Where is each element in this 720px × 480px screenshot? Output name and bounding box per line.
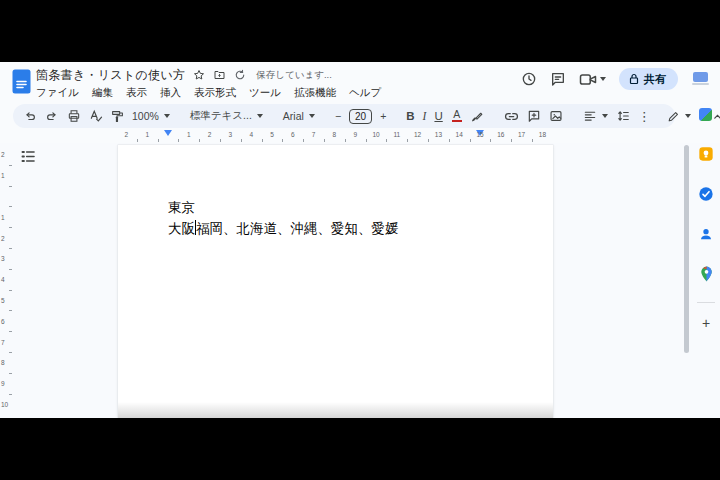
get-addons-button[interactable]: + <box>702 317 710 329</box>
text-color-swatch <box>452 120 462 123</box>
document-outline-icon[interactable] <box>21 149 36 167</box>
ruler-tick <box>137 139 138 142</box>
doc-line-1: 東京 <box>168 197 399 218</box>
menu-tools[interactable]: ツール <box>249 86 281 100</box>
ruler-tick <box>9 331 12 332</box>
menu-view[interactable]: 表示 <box>126 86 147 100</box>
side-panel: + <box>695 146 717 329</box>
account-avatar[interactable] <box>691 72 710 87</box>
font-family-select[interactable]: Arial <box>283 110 315 122</box>
align-caret <box>602 114 608 118</box>
doc-line-2-before-cursor: 大阪 <box>168 221 195 236</box>
ruler-number: 5 <box>270 131 274 138</box>
document-page[interactable]: 東京 大阪福岡、北海道、沖縄、愛知、愛媛 <box>118 145 553 418</box>
menu-insert[interactable]: 挿入 <box>160 86 181 100</box>
doc-line-2: 大阪福岡、北海道、沖縄、愛知、愛媛 <box>168 218 399 239</box>
ruler-tick <box>241 139 242 142</box>
star-icon[interactable] <box>193 69 205 81</box>
meet-video-call-icon[interactable] <box>579 72 606 87</box>
ruler-tick <box>366 139 367 142</box>
ruler-number: 9 <box>1 380 5 387</box>
menu-edit[interactable]: 編集 <box>92 86 113 100</box>
font-size-input[interactable]: 20 <box>349 109 372 124</box>
ruler-tick <box>9 165 12 166</box>
zoom-select[interactable]: 100% <box>132 110 170 122</box>
editing-mode-caret <box>685 114 691 118</box>
ruler-number: 7 <box>312 131 316 138</box>
keep-icon[interactable] <box>698 146 714 166</box>
ruler-tick <box>282 139 283 142</box>
align-button[interactable] <box>583 109 608 123</box>
comments-icon[interactable] <box>550 71 566 87</box>
version-history-icon[interactable] <box>521 71 537 87</box>
contacts-icon[interactable] <box>698 226 714 246</box>
document-text[interactable]: 東京 大阪福岡、北海道、沖縄、愛知、愛媛 <box>168 197 399 239</box>
ruler-number: 18 <box>539 131 546 138</box>
text-color-button[interactable]: A <box>451 110 463 123</box>
more-options-button[interactable]: ⋮ <box>638 109 651 124</box>
hide-menus-button[interactable] <box>711 110 720 123</box>
document-canvas: 1212345678910 東京 大阪福岡、北海道、沖縄、愛知、愛媛 <box>0 143 720 418</box>
ruler-number: 3 <box>229 131 233 138</box>
ruler-number: 14 <box>456 131 463 138</box>
paint-format-button[interactable] <box>111 110 124 123</box>
font-family-value: Arial <box>283 110 304 122</box>
paragraph-style-select[interactable]: 標準テキス... <box>190 109 263 123</box>
ruler-tick <box>9 290 12 291</box>
extension-icon[interactable] <box>699 108 712 121</box>
cloud-sync-icon <box>234 69 246 81</box>
editing-mode-button[interactable] <box>667 110 691 123</box>
meet-dropdown-caret[interactable] <box>600 77 606 81</box>
zoom-value: 100% <box>132 110 159 122</box>
ruler-number: 2 <box>125 131 129 138</box>
ruler-tick <box>532 139 533 142</box>
insert-link-button[interactable] <box>504 109 519 124</box>
document-title[interactable]: 箇条書き・リストの使い方 <box>36 67 185 84</box>
share-button-label: 共有 <box>644 72 666 87</box>
font-size-decrease[interactable]: − <box>335 110 341 122</box>
google-docs-window: 箇条書き・リストの使い方 保存しています... ファイル 編集 表示 <box>0 62 720 418</box>
menu-format[interactable]: 表示形式 <box>194 86 236 100</box>
menu-file[interactable]: ファイル <box>36 86 79 100</box>
font-size-increase[interactable]: + <box>380 110 386 122</box>
add-comment-button[interactable] <box>527 109 541 123</box>
left-indent-marker[interactable] <box>164 130 172 136</box>
menu-extensions[interactable]: 拡張機能 <box>294 86 336 100</box>
ruler-number: 10 <box>372 131 379 138</box>
ruler-number: 1 <box>1 213 5 220</box>
ruler-tick <box>511 139 512 142</box>
ruler-tick <box>9 206 12 207</box>
ruler-tick <box>9 248 12 249</box>
underline-button[interactable]: U <box>434 110 442 122</box>
maps-icon[interactable] <box>699 266 714 286</box>
italic-button[interactable]: I <box>423 110 427 122</box>
ruler-tick <box>9 352 12 353</box>
ruler-number: 1 <box>1 172 5 179</box>
line-spacing-button[interactable] <box>616 109 630 123</box>
ruler-tick <box>262 139 263 142</box>
doc-line-2-after-cursor: 福岡、北海道、沖縄、愛知、愛媛 <box>196 221 399 236</box>
ruler-tick <box>449 139 450 142</box>
paragraph-style-value: 標準テキス... <box>190 109 252 123</box>
bold-button[interactable]: B <box>406 110 414 122</box>
ruler-tick <box>9 186 12 187</box>
video-frame: 箇条書き・リストの使い方 保存しています... ファイル 編集 表示 <box>0 0 720 480</box>
vertical-scrollbar[interactable] <box>684 145 689 353</box>
highlight-color-button[interactable] <box>471 110 484 123</box>
insert-image-button[interactable] <box>549 109 563 123</box>
redo-button[interactable] <box>45 109 59 123</box>
ruler-number: 9 <box>353 131 357 138</box>
ruler-tick <box>386 139 387 142</box>
title-bar: 箇条書き・リストの使い方 保存しています... <box>36 66 332 84</box>
spelling-check-button[interactable] <box>89 109 103 123</box>
ruler-number: 1 <box>145 131 149 138</box>
share-button[interactable]: 共有 <box>619 68 678 90</box>
ruler-number: 7 <box>1 338 5 345</box>
tasks-icon[interactable] <box>698 186 714 206</box>
menu-help[interactable]: ヘルプ <box>349 86 381 100</box>
move-folder-icon[interactable] <box>213 69 226 81</box>
undo-button[interactable] <box>23 109 37 123</box>
minus-icon: − <box>335 110 341 122</box>
print-button[interactable] <box>67 109 81 123</box>
google-docs-logo[interactable] <box>12 69 31 98</box>
